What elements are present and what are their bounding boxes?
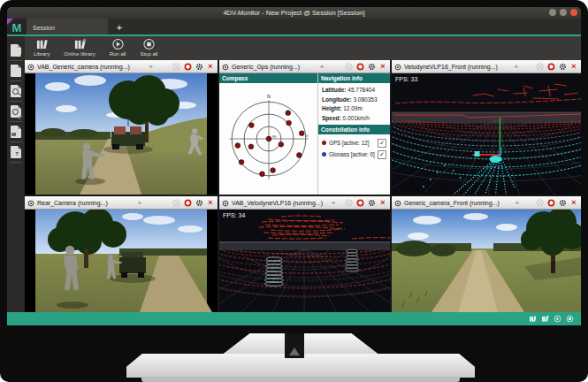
close-panel-icon[interactable]: × — [569, 198, 578, 208]
move-icon[interactable]: + — [502, 199, 532, 207]
settings-gear-icon[interactable] — [367, 198, 376, 208]
run-all-icon — [111, 38, 125, 50]
panel-velodyne-front: VelodyneVLP16_Front (running...) + × FPS… — [392, 60, 581, 195]
library-label: Library — [34, 51, 50, 57]
close-panel-icon[interactable]: × — [206, 62, 215, 72]
play-icon[interactable] — [344, 62, 353, 72]
compass-center-label: 90° — [271, 135, 277, 139]
play-icon[interactable] — [344, 198, 353, 208]
camera-view — [25, 210, 218, 312]
play-icon[interactable] — [535, 62, 544, 72]
settings-gear-icon[interactable] — [558, 198, 567, 208]
panel-header[interactable]: Rear_Camera (running...) + × — [25, 196, 218, 210]
record-stop-icon[interactable] — [183, 62, 192, 72]
device-icon — [27, 60, 34, 74]
record-stop-icon[interactable] — [355, 198, 364, 208]
device-icon — [394, 60, 401, 74]
compass-outer-label: 0° — [305, 134, 309, 138]
status-library-icon[interactable] — [529, 315, 537, 323]
sidebar-divider — [10, 121, 22, 122]
status-online-library-icon[interactable] — [541, 315, 549, 323]
close-panel-icon[interactable]: × — [378, 62, 387, 72]
move-icon[interactable]: + — [302, 63, 341, 71]
camera-view — [25, 73, 218, 195]
settings-gear-icon[interactable] — [558, 62, 567, 72]
constellation-info-header: Constellation info — [318, 125, 390, 134]
new-tab-button[interactable]: + — [111, 19, 127, 36]
sidebar-divider — [10, 80, 22, 81]
document-icon[interactable] — [11, 65, 21, 77]
navigation-info-header: Navigation info — [318, 73, 390, 83]
panel-header[interactable]: Generic_camera_Front (running...) + × — [392, 196, 581, 210]
stop-all-icon — [142, 38, 156, 50]
device-icon — [394, 196, 401, 210]
lidar-scene — [392, 73, 581, 195]
settings-gear-icon[interactable] — [195, 198, 203, 208]
info-section: Navigation info Latitude: 45.778404 Long… — [318, 73, 390, 195]
library-button[interactable]: Library — [30, 36, 53, 57]
panel-header[interactable]: VAB_VelodyneVLP16 (running...) + × — [219, 196, 390, 210]
close-panel-icon[interactable]: × — [206, 198, 215, 208]
move-icon[interactable]: + — [133, 63, 169, 71]
panel-generic-camera-front: Generic_camera_Front (running...) + × — [392, 196, 581, 312]
tab-session[interactable]: Session — [27, 19, 108, 36]
settings-gear-icon[interactable] — [195, 62, 203, 72]
gps-checkbox[interactable]: ✓ — [378, 139, 386, 148]
panel-title: VAB_Generic_camera (running...) — [37, 64, 130, 70]
minimize-button[interactable] — [549, 9, 556, 16]
move-icon[interactable]: + — [111, 199, 169, 207]
lidar-scene — [219, 210, 390, 312]
glonass-checkbox[interactable]: ✓ — [378, 150, 386, 159]
fps-label: FPS: 34 — [223, 212, 245, 218]
status-stop-all-icon[interactable] — [566, 315, 574, 323]
record-stop-icon[interactable] — [355, 62, 364, 72]
compass-header: Compass — [219, 73, 317, 83]
panel-grid: VAB_Generic_camera (running...) + × — [25, 60, 581, 312]
status-run-all-icon[interactable] — [554, 315, 561, 323]
sidebar: + M ? — [7, 36, 25, 312]
close-project-icon[interactable]: M — [11, 126, 21, 138]
play-icon[interactable] — [535, 198, 544, 208]
height-row: Height: 12.09m — [322, 104, 386, 114]
compass-section: Compass N 0° 90° — [219, 73, 318, 195]
run-all-button[interactable]: Run all — [106, 36, 130, 57]
move-icon[interactable]: + — [325, 199, 341, 207]
panel-vab-velodyne: VAB_VelodyneVLP16 (running...) + × FPS: … — [219, 196, 390, 312]
panel-header[interactable]: VelodyneVLP16_Front (running...) + × — [392, 60, 581, 73]
compass-svg: N 0° 90° — [226, 92, 311, 186]
panel-header[interactable]: Generic_Gps (running...) + × — [219, 60, 390, 73]
camera-view — [392, 210, 581, 312]
lidar-view: FPS: 34 — [219, 210, 390, 312]
glonass-constellation-row: Glonass [active: 0] ✓ — [318, 149, 390, 160]
help-document-icon[interactable]: ? — [11, 146, 21, 158]
titlebar[interactable]: 4DV-Monitor - New Project @ Session [Ses… — [7, 7, 581, 19]
settings-gear-icon[interactable] — [367, 62, 376, 72]
stop-all-button[interactable]: Stop all — [136, 36, 161, 57]
latitude-row: Latitude: 45.778404 — [322, 86, 386, 96]
record-stop-icon[interactable] — [546, 198, 555, 208]
camera-scene — [25, 210, 218, 312]
new-document-icon[interactable]: + — [11, 44, 21, 57]
maximize-button[interactable] — [560, 9, 567, 16]
logo-corner — [7, 19, 13, 25]
record-stop-icon[interactable] — [546, 62, 555, 72]
play-icon[interactable] — [172, 62, 180, 72]
close-button[interactable] — [570, 9, 577, 16]
close-panel-icon[interactable]: × — [378, 198, 387, 208]
close-panel-icon[interactable]: × — [569, 62, 578, 72]
online-library-button[interactable]: Online library — [60, 36, 98, 57]
search-document-icon[interactable] — [11, 85, 21, 97]
logo-letter: M — [12, 21, 22, 34]
panel-title: VAB_VelodyneVLP16 (running...) — [232, 200, 323, 206]
search-edit-document-icon[interactable] — [11, 105, 21, 118]
status-bar — [7, 312, 581, 325]
move-icon[interactable]: + — [500, 63, 532, 71]
online-library-icon — [73, 38, 87, 50]
toolbar: Library Online library Run all Stop all — [25, 36, 581, 60]
record-stop-icon[interactable] — [183, 198, 192, 208]
sidebar-divider — [10, 101, 22, 102]
panel-header[interactable]: VAB_Generic_camera (running...) + × — [25, 60, 218, 73]
panel-title: Rear_Camera (running...) — [37, 200, 108, 206]
device-icon — [222, 196, 229, 210]
play-icon[interactable] — [172, 198, 180, 208]
